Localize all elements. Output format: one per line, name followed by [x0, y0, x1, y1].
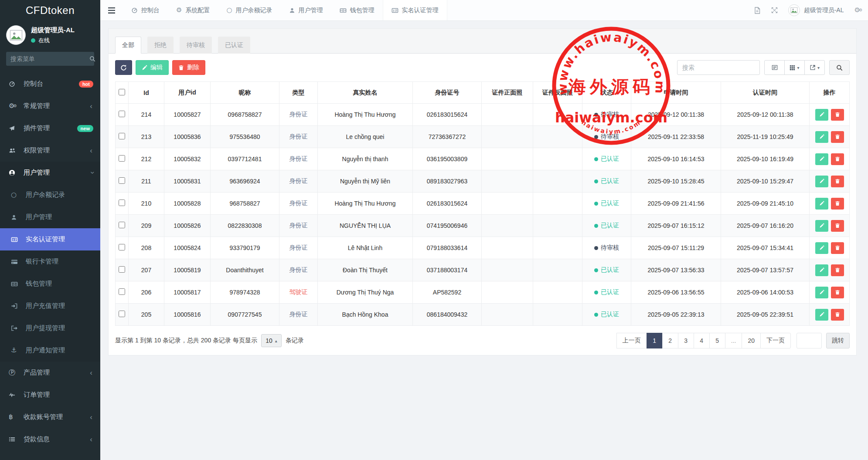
search-icon[interactable] [89, 56, 95, 62]
page-button[interactable]: ... [725, 333, 742, 348]
page-button[interactable]: 4 [694, 333, 710, 348]
edit-row-button[interactable] [815, 131, 828, 143]
menu-search-input[interactable] [10, 55, 89, 62]
row-checkbox[interactable] [119, 311, 125, 317]
edit-row-button[interactable] [815, 287, 828, 298]
table-search-input[interactable] [677, 60, 760, 75]
sidebar-item[interactable]: 用户充值管理 [0, 295, 100, 317]
delete-row-button[interactable] [831, 176, 844, 187]
topnav-item[interactable]: 控制台 [123, 0, 168, 20]
export-button[interactable]: ▾ [804, 60, 825, 75]
menu-toggle-button[interactable] [100, 0, 123, 20]
fullscreen-icon[interactable] [771, 7, 778, 14]
status-badge: 已认证 [594, 155, 619, 163]
sidebar-item[interactable]: 订单管理 [0, 384, 100, 406]
row-checkbox[interactable] [119, 111, 125, 117]
columns-button[interactable]: ▾ [784, 60, 805, 75]
sidebar-item[interactable]: ⚙⚙ 常规管理 ‹ [0, 95, 100, 117]
row-checkbox[interactable] [119, 200, 125, 206]
topnav-item[interactable]: 用户管理 [281, 0, 331, 20]
tab[interactable]: 拒绝 [147, 37, 174, 54]
row-checkbox[interactable] [119, 244, 125, 250]
sidebar-item[interactable]: 用户管理 ‹ [0, 162, 100, 184]
pencil-icon [819, 201, 824, 206]
gears-icon[interactable]: ⚙⚙ [854, 7, 862, 14]
sidebar-item[interactable]: 用户管理 [0, 206, 100, 228]
delete-row-button[interactable] [831, 220, 844, 232]
jump-button[interactable]: 跳转 [826, 333, 850, 348]
topnav-item[interactable]: 钱包管理 [331, 0, 383, 20]
page-button[interactable]: 3 [678, 333, 694, 348]
delete-row-button[interactable] [831, 153, 844, 165]
page-button[interactable]: 上一页 [616, 333, 647, 348]
delete-row-button[interactable] [831, 287, 844, 298]
file-icon[interactable] [754, 7, 761, 14]
delete-row-button[interactable] [831, 131, 844, 143]
edit-row-button[interactable] [815, 264, 828, 276]
cell-id-number: 089183027963 [413, 170, 482, 193]
delete-row-button[interactable] [831, 198, 844, 210]
topnav-item[interactable]: ⚙ 系统配置 [168, 0, 218, 20]
sidebar-item[interactable]: 钱包管理 [0, 273, 100, 295]
edit-row-button[interactable] [815, 220, 828, 232]
edit-button[interactable]: 编辑 [136, 60, 169, 75]
row-checkbox[interactable] [119, 133, 125, 139]
sidebar-item[interactable]: ○ 用户余额记录 [0, 184, 100, 206]
edit-row-button[interactable] [815, 309, 828, 321]
cell-status: 待审核 [582, 237, 631, 259]
sidebar-item[interactable]: 用户提现管理 [0, 317, 100, 339]
sidebar-item[interactable]: 银行卡管理 [0, 250, 100, 273]
page-size-select[interactable]: 10 ▴ [261, 334, 282, 347]
delete-row-button[interactable] [831, 309, 844, 321]
select-all-checkbox[interactable] [119, 89, 125, 95]
row-checkbox[interactable] [119, 222, 125, 228]
column-header: 申请时间 [631, 82, 721, 104]
tab[interactable]: 已认证 [218, 37, 250, 54]
topnav-item[interactable]: ○ 用户余额记录 [218, 0, 280, 20]
sidebar-item[interactable]: 权限管理 ‹ [0, 139, 100, 162]
sidebar-item[interactable]: 插件管理 new [0, 117, 100, 139]
tab[interactable]: 全部 [115, 37, 141, 54]
tab[interactable]: 待审核 [180, 37, 212, 54]
page-buttons: 上一页 1 2 3 4 5 ... [617, 333, 791, 348]
row-checkbox[interactable] [119, 155, 125, 162]
brand-logo[interactable]: CFDtoken [0, 0, 100, 21]
search-button[interactable] [829, 60, 850, 75]
edit-row-button[interactable] [815, 109, 828, 121]
sidebar-item-label: 收款账号管理 [24, 413, 63, 421]
page-button[interactable]: 1 [647, 333, 663, 348]
sidebar-item[interactable]: 贷款信息 ‹ [0, 428, 100, 450]
admin-menu[interactable]: 超级管理员-AL [788, 4, 844, 16]
detail-view-button[interactable] [764, 60, 785, 75]
sidebar-item[interactable]: Ⓟ 产品管理 ‹ [0, 362, 100, 384]
delete-row-button[interactable] [831, 242, 844, 254]
row-checkbox[interactable] [119, 266, 125, 273]
sidebar-item[interactable]: ⚓ 用户通知管理 [0, 339, 100, 362]
cell-auth-time: 2025-09-10 16:19:49 [721, 148, 810, 170]
sidebar-item[interactable]: ฿ 收款账号管理 ‹ [0, 406, 100, 428]
page-button[interactable]: 20 [742, 333, 761, 348]
page-button[interactable]: 下一页 [760, 333, 791, 348]
topnav-item[interactable]: 实名认证管理 [383, 0, 447, 20]
cell-type: 驾驶证 [279, 281, 318, 304]
status-label: 已认证 [601, 177, 619, 185]
jump-page-input[interactable] [797, 333, 822, 348]
page-button[interactable]: 5 [709, 333, 725, 348]
page-button[interactable]: 2 [662, 333, 678, 348]
delete-row-button[interactable] [831, 264, 844, 276]
edit-row-button[interactable] [815, 242, 828, 254]
pencil-icon [819, 112, 824, 117]
refresh-button[interactable] [115, 60, 132, 75]
row-checkbox[interactable] [119, 177, 125, 184]
delete-button[interactable]: 删除 [172, 60, 205, 75]
row-checkbox[interactable] [119, 288, 125, 295]
status-dot-icon [594, 113, 598, 117]
edit-row-button[interactable] [815, 198, 828, 210]
table-row: 208 10005824 933790179 身份证 Lê Nhật Linh … [116, 237, 850, 259]
delete-row-button[interactable] [831, 109, 844, 121]
sidebar-item[interactable]: 控制台 hot [0, 73, 100, 95]
edit-row-button[interactable] [815, 153, 828, 165]
sidebar-item[interactable]: 实名认证管理 [0, 228, 100, 250]
edit-row-button[interactable] [815, 176, 828, 187]
cell-nickname: 963696924 [211, 170, 279, 193]
